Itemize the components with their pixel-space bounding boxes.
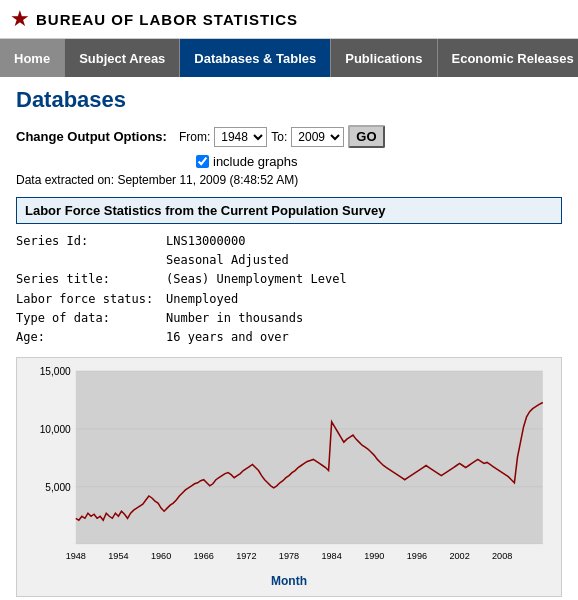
svg-text:1996: 1996	[407, 551, 427, 561]
svg-text:15,000: 15,000	[40, 366, 71, 377]
unemployment-chart: 15,000 10,000 5,000 1948 1954 1960 1966 …	[25, 366, 553, 569]
age-val: 16 years and over	[166, 328, 289, 347]
from-label: From:	[179, 130, 210, 144]
nav-economic-releases[interactable]: Economic Releases	[438, 39, 578, 77]
type-row: Type of data: Number in thousands	[16, 309, 562, 328]
options-label: Change Output Options:	[16, 129, 167, 144]
svg-rect-0	[76, 371, 543, 544]
from-select[interactable]: 1948195019601970 198019902000	[214, 127, 267, 147]
from-group: From: 1948195019601970 198019902000	[179, 127, 267, 147]
series-data-table: Series Id: LNS13000000 Seasonal Adjusted…	[16, 232, 562, 347]
svg-text:1960: 1960	[151, 551, 171, 561]
type-key: Type of data:	[16, 309, 166, 328]
to-select[interactable]: 2009200820072006	[291, 127, 344, 147]
include-graphs-row: include graphs	[196, 154, 562, 169]
main-content: Databases Change Output Options: From: 1…	[0, 77, 578, 600]
nav-subject-areas[interactable]: Subject Areas	[65, 39, 180, 77]
x-axis-label: Month	[25, 574, 553, 588]
output-options-row: Change Output Options: From: 19481950196…	[16, 125, 562, 148]
svg-text:1966: 1966	[194, 551, 214, 561]
extracted-date: Data extracted on: September 11, 2009 (8…	[16, 173, 562, 187]
site-title: Bureau of Labor Statistics	[36, 11, 298, 28]
include-graphs-checkbox[interactable]	[196, 155, 209, 168]
page-title: Databases	[16, 87, 562, 113]
svg-text:1948: 1948	[66, 551, 86, 561]
seasonal-key	[16, 251, 166, 270]
nav-publications[interactable]: Publications	[331, 39, 437, 77]
to-label: To:	[271, 130, 287, 144]
series-id-val: LNS13000000	[166, 232, 245, 251]
series-id-row: Series Id: LNS13000000	[16, 232, 562, 251]
survey-title: Labor Force Statistics from the Current …	[25, 203, 385, 218]
series-id-key: Series Id:	[16, 232, 166, 251]
series-title-val: (Seas) Unemployment Level	[166, 270, 347, 289]
bls-star-icon: ★	[10, 6, 30, 32]
labor-force-key: Labor force status:	[16, 290, 166, 309]
age-row: Age: 16 years and over	[16, 328, 562, 347]
seasonal-val: Seasonal Adjusted	[166, 251, 289, 270]
svg-text:1972: 1972	[236, 551, 256, 561]
logo: ★ Bureau of Labor Statistics	[10, 6, 298, 32]
svg-text:1990: 1990	[364, 551, 384, 561]
type-val: Number in thousands	[166, 309, 303, 328]
svg-text:10,000: 10,000	[40, 424, 71, 435]
nav-databases-tables[interactable]: Databases & Tables	[180, 39, 331, 77]
include-graphs-label: include graphs	[213, 154, 298, 169]
to-group: To: 2009200820072006	[271, 127, 344, 147]
site-header: ★ Bureau of Labor Statistics	[0, 0, 578, 39]
svg-text:2008: 2008	[492, 551, 512, 561]
nav-home[interactable]: Home	[0, 39, 65, 77]
labor-force-row: Labor force status: Unemployed	[16, 290, 562, 309]
age-key: Age:	[16, 328, 166, 347]
svg-text:2002: 2002	[449, 551, 469, 561]
go-button[interactable]: GO	[348, 125, 384, 148]
main-nav: Home Subject Areas Databases & Tables Pu…	[0, 39, 578, 77]
labor-force-val: Unemployed	[166, 290, 238, 309]
chart-container: 15,000 10,000 5,000 1948 1954 1960 1966 …	[16, 357, 562, 597]
svg-text:1984: 1984	[321, 551, 341, 561]
svg-text:1954: 1954	[108, 551, 128, 561]
seasonal-row: Seasonal Adjusted	[16, 251, 562, 270]
svg-text:1978: 1978	[279, 551, 299, 561]
series-title-key: Series title:	[16, 270, 166, 289]
series-title-row: Series title: (Seas) Unemployment Level	[16, 270, 562, 289]
survey-box: Labor Force Statistics from the Current …	[16, 197, 562, 224]
svg-text:5,000: 5,000	[45, 482, 71, 493]
